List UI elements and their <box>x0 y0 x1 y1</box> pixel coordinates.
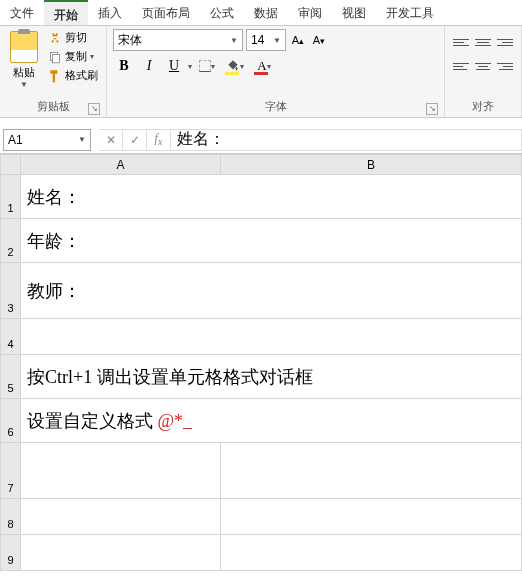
svg-rect-1 <box>53 54 60 62</box>
increase-font-button[interactable]: A▴ <box>289 30 307 50</box>
row-header[interactable]: 4 <box>1 319 21 355</box>
font-name-value: 宋体 <box>118 32 142 49</box>
menu-insert[interactable]: 插入 <box>88 0 132 25</box>
insert-function-button[interactable]: fx <box>147 129 171 151</box>
fill-color-button[interactable]: ▾ <box>222 55 248 77</box>
cell[interactable]: 年龄： <box>21 219 522 263</box>
paste-button[interactable]: 粘贴 ▼ <box>6 29 42 91</box>
table-row: 3 教师： <box>1 263 522 319</box>
table-row: 8 <box>1 499 522 535</box>
cell[interactable] <box>21 443 221 499</box>
table-row: 4 <box>1 319 522 355</box>
paste-label: 粘贴 <box>13 65 35 80</box>
menu-developer[interactable]: 开发工具 <box>376 0 444 25</box>
cell[interactable] <box>221 443 522 499</box>
menu-formulas[interactable]: 公式 <box>200 0 244 25</box>
cut-label: 剪切 <box>65 30 87 45</box>
chevron-down-icon: ▾ <box>90 52 94 61</box>
row-header[interactable]: 3 <box>1 263 21 319</box>
column-header-a[interactable]: A <box>21 155 221 175</box>
format-painter-button[interactable]: 格式刷 <box>46 67 100 84</box>
table-row: 1 姓名： <box>1 175 522 219</box>
align-middle-button[interactable] <box>473 33 493 51</box>
underline-button[interactable]: U <box>163 55 185 77</box>
menu-bar: 文件 开始 插入 页面布局 公式 数据 审阅 视图 开发工具 <box>0 0 522 26</box>
row-header[interactable]: 6 <box>1 399 21 443</box>
cell-code: @*_ <box>158 411 193 431</box>
menu-home[interactable]: 开始 <box>44 0 88 25</box>
clipboard-group-label: 剪贴板 <box>37 100 70 112</box>
font-group-label: 字体 <box>265 100 287 112</box>
table-row: 2 年龄： <box>1 219 522 263</box>
table-row: 7 <box>1 443 522 499</box>
cell[interactable] <box>21 319 522 355</box>
menu-file[interactable]: 文件 <box>0 0 44 25</box>
column-header-b[interactable]: B <box>221 155 522 175</box>
row-header[interactable]: 1 <box>1 175 21 219</box>
font-launcher[interactable]: ↘ <box>426 103 438 115</box>
fill-color-swatch <box>225 72 239 75</box>
font-size-select[interactable]: 14 ▼ <box>246 29 286 51</box>
cell[interactable] <box>21 499 221 535</box>
cell[interactable] <box>221 499 522 535</box>
cell[interactable]: 教师： <box>21 263 522 319</box>
alignment-group-label: 对齐 <box>472 100 494 112</box>
bold-button[interactable]: B <box>113 55 135 77</box>
row-header[interactable]: 7 <box>1 443 21 499</box>
font-color-swatch <box>254 72 268 75</box>
cell[interactable]: 按Ctrl+1 调出设置单元格格式对话框 <box>21 355 522 399</box>
cancel-formula-button[interactable]: ✕ <box>99 129 123 151</box>
menu-page-layout[interactable]: 页面布局 <box>132 0 200 25</box>
cell[interactable]: 设置自定义格式 @*_ <box>21 399 522 443</box>
cell[interactable] <box>21 535 221 571</box>
chevron-down-icon: ▼ <box>78 135 86 144</box>
ribbon-group-clipboard: 粘贴 ▼ 剪切 复制 ▾ 格式刷 剪贴板 ↘ <box>0 26 107 117</box>
fx-icon: fx <box>155 131 163 147</box>
row-header[interactable]: 8 <box>1 499 21 535</box>
select-all-corner[interactable] <box>1 155 21 175</box>
align-center-button[interactable] <box>473 57 493 75</box>
brush-icon <box>48 69 62 83</box>
formula-input[interactable]: 姓名： <box>171 129 522 151</box>
decrease-font-button[interactable]: A▾ <box>310 30 328 50</box>
ribbon-group-font: 宋体 ▼ 14 ▼ A▴ A▾ B I U ▾ ▾ ▾ <box>107 26 445 117</box>
menu-view[interactable]: 视图 <box>332 0 376 25</box>
copy-button[interactable]: 复制 ▾ <box>46 48 100 65</box>
cut-button[interactable]: 剪切 <box>46 29 100 46</box>
menu-data[interactable]: 数据 <box>244 0 288 25</box>
ribbon: 粘贴 ▼ 剪切 复制 ▾ 格式刷 剪贴板 ↘ <box>0 26 522 118</box>
cell[interactable]: 姓名： <box>21 175 522 219</box>
table-row: 9 <box>1 535 522 571</box>
font-name-select[interactable]: 宋体 ▼ <box>113 29 243 51</box>
paste-icon <box>10 31 38 63</box>
chevron-down-icon[interactable]: ▾ <box>188 62 192 71</box>
name-box-value: A1 <box>8 133 23 147</box>
spreadsheet-grid: A B 1 姓名： 2 年龄： 3 教师： 4 5 按Ctrl+1 调出设置单元… <box>0 154 522 571</box>
confirm-formula-button[interactable]: ✓ <box>123 129 147 151</box>
border-button[interactable]: ▾ <box>195 55 219 77</box>
row-header[interactable]: 5 <box>1 355 21 399</box>
clipboard-launcher[interactable]: ↘ <box>88 103 100 115</box>
table-row: 5 按Ctrl+1 调出设置单元格格式对话框 <box>1 355 522 399</box>
font-color-button[interactable]: A ▾ <box>251 55 277 77</box>
align-top-button[interactable] <box>451 33 471 51</box>
border-icon <box>199 60 211 72</box>
chevron-down-icon: ▼ <box>20 80 28 89</box>
formula-value: 姓名： <box>177 129 225 150</box>
font-size-value: 14 <box>251 33 264 47</box>
menu-review[interactable]: 审阅 <box>288 0 332 25</box>
cell-text: 设置自定义格式 <box>27 411 158 431</box>
align-left-button[interactable] <box>451 57 471 75</box>
align-right-button[interactable] <box>495 57 515 75</box>
ribbon-group-alignment: 对齐 <box>445 26 522 117</box>
formula-bar: A1 ▼ ✕ ✓ fx 姓名： <box>0 126 522 154</box>
italic-button[interactable]: I <box>138 55 160 77</box>
row-header[interactable]: 9 <box>1 535 21 571</box>
name-box[interactable]: A1 ▼ <box>3 129 91 151</box>
row-header[interactable]: 2 <box>1 219 21 263</box>
format-painter-label: 格式刷 <box>65 68 98 83</box>
align-bottom-button[interactable] <box>495 33 515 51</box>
cell[interactable] <box>221 535 522 571</box>
copy-label: 复制 <box>65 49 87 64</box>
chevron-down-icon: ▼ <box>230 36 238 45</box>
